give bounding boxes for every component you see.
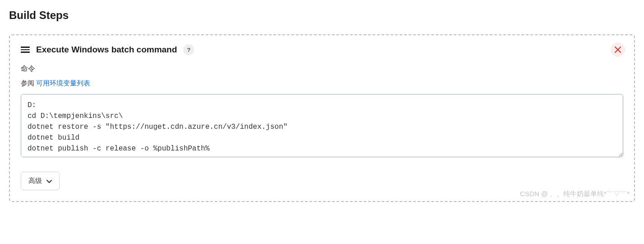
advanced-toggle-button[interactable]: 高级 bbox=[21, 172, 60, 190]
step-title: Execute Windows batch command bbox=[36, 45, 177, 55]
command-field-hint: 参阅 可用环境变量列表 bbox=[21, 79, 623, 88]
help-icon[interactable]: ? bbox=[183, 44, 194, 55]
build-step-card: Execute Windows batch command ? 命令 参阅 可用… bbox=[9, 34, 635, 202]
close-icon bbox=[615, 47, 621, 53]
advanced-label: 高级 bbox=[28, 177, 42, 185]
drag-handle-icon[interactable] bbox=[21, 47, 30, 53]
command-field-label: 命令 bbox=[21, 64, 623, 74]
hint-prefix: 参阅 bbox=[21, 79, 36, 87]
step-header: Execute Windows batch command ? bbox=[21, 44, 623, 55]
remove-step-button[interactable] bbox=[611, 42, 625, 57]
env-vars-link[interactable]: 可用环境变量列表 bbox=[36, 79, 90, 87]
page-title: Build Steps bbox=[9, 9, 635, 22]
watermark: CSDN @ 、、纯牛奶最单纯*﹌▽﹌* bbox=[520, 190, 630, 198]
chevron-down-icon bbox=[46, 177, 52, 185]
command-textarea[interactable] bbox=[21, 94, 623, 157]
